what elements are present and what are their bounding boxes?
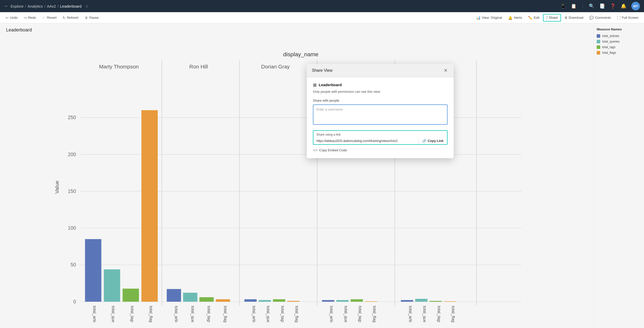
legend-item-tags[interactable]: total_tags bbox=[597, 45, 641, 49]
edit-button[interactable]: ✏️ Edit bbox=[526, 14, 542, 21]
share-link-box: Share using a link https://tableau2020.a… bbox=[313, 130, 448, 145]
legend-label-tags: total_tags bbox=[602, 45, 615, 49]
copy-embed-code-button[interactable]: </> Copy Embed Code bbox=[313, 147, 448, 153]
legend-color-flags bbox=[597, 51, 600, 54]
clipboard-icon[interactable]: 📋 bbox=[571, 3, 576, 9]
view-chart-icon: ▦ bbox=[313, 82, 317, 87]
breadcrumb-current: Leaderboard bbox=[60, 4, 82, 8]
refresh-button[interactable]: ↻ Refresh bbox=[60, 14, 81, 21]
svg-text:total_queries: total_queries bbox=[266, 306, 271, 322]
modal-close-button[interactable]: ✕ bbox=[442, 67, 449, 74]
legend-label-queries: total_queries bbox=[602, 40, 620, 43]
mobile-icon[interactable]: 📱 bbox=[560, 3, 566, 9]
bar-carlos-flags[interactable] bbox=[444, 301, 456, 302]
breadcrumb-analytics[interactable]: Analytics bbox=[28, 4, 43, 8]
legend-item-queries[interactable]: total_queries bbox=[597, 40, 641, 43]
bar-carlos-articles[interactable] bbox=[401, 300, 413, 302]
embed-code-label: Copy Embed Code bbox=[319, 148, 347, 152]
redo-icon: ↪ bbox=[24, 16, 27, 20]
y-axis-label: Value bbox=[54, 180, 60, 194]
redo-button[interactable]: ↪ Redo bbox=[21, 14, 38, 21]
notification-icon[interactable]: 🔔 bbox=[621, 3, 626, 9]
legend-item-flags[interactable]: total_flags bbox=[597, 51, 641, 54]
bar-ken-tags[interactable] bbox=[351, 299, 363, 302]
bar-dorian-articles[interactable] bbox=[244, 299, 256, 302]
refresh-icon: ↻ bbox=[63, 16, 66, 20]
svg-text:total_tags: total_tags bbox=[437, 306, 441, 322]
modal-body: ▦ Leaderboard Only people with permissio… bbox=[307, 77, 454, 158]
link-icon: 🔗 bbox=[422, 139, 426, 143]
bar-carlos-tags[interactable] bbox=[430, 301, 442, 302]
chart-icon: 📊 bbox=[476, 16, 480, 20]
breadcrumb-aav2[interactable]: AAv2 bbox=[47, 4, 56, 8]
bar-dorian-queries[interactable] bbox=[259, 300, 271, 302]
bar-ron-articles[interactable] bbox=[167, 289, 181, 302]
svg-text:total_tags: total_tags bbox=[207, 306, 211, 322]
share-button[interactable]: ⤴ Share bbox=[543, 14, 561, 22]
legend-item-articles[interactable]: total_articles bbox=[597, 34, 641, 38]
bookmark-icon[interactable]: 📑 bbox=[599, 3, 605, 9]
bar-ken-queries[interactable] bbox=[336, 300, 349, 302]
top-nav: ← Explore / Analytics / AAv2 / Leaderboa… bbox=[0, 0, 644, 12]
bar-ron-tags[interactable] bbox=[199, 297, 214, 302]
bar-ron-queries[interactable] bbox=[183, 293, 197, 302]
bar-dorian-tags[interactable] bbox=[273, 299, 285, 302]
bar-carlos-queries[interactable] bbox=[415, 299, 427, 302]
favorite-star-icon[interactable]: ☆ bbox=[85, 4, 89, 9]
modal-header-title: Share View bbox=[312, 68, 333, 73]
pause-button[interactable]: ⏸ Pause bbox=[82, 14, 101, 21]
search-icon[interactable]: 🔍 bbox=[589, 3, 594, 9]
svg-text:200: 200 bbox=[68, 152, 76, 157]
bar-marty-articles[interactable] bbox=[85, 239, 102, 302]
username-input[interactable] bbox=[313, 104, 448, 125]
svg-text:total_tags: total_tags bbox=[280, 306, 285, 322]
nav-back-icon[interactable]: ← bbox=[4, 4, 9, 9]
share-with-people-label: Share with people bbox=[313, 99, 448, 102]
revert-icon: ← bbox=[42, 16, 46, 20]
bar-marty-tags[interactable] bbox=[123, 289, 139, 302]
modal-header: Share View ✕ bbox=[307, 64, 454, 77]
chart-svg-container: Value 0 50 100 150 200 250 display_name bbox=[6, 36, 587, 322]
modal-view-title: Leaderboard bbox=[319, 83, 342, 87]
nav-icons: 📱 📋 🔍 📑 ❓ 🔔 MT bbox=[560, 2, 640, 10]
copy-link-label: Copy Link bbox=[428, 139, 444, 143]
bar-dorian-flags[interactable] bbox=[287, 301, 299, 302]
download-button[interactable]: ⬇ Download bbox=[562, 14, 586, 21]
svg-text:total_articles: total_articles bbox=[252, 306, 256, 322]
bar-ken-flags[interactable] bbox=[365, 301, 377, 302]
toolbar: ↩ Undo ↪ Redo ← Revert ↻ Refresh ⏸ Pause… bbox=[0, 12, 644, 23]
svg-text:total_flags: total_flags bbox=[294, 306, 299, 322]
svg-text:total_tags: total_tags bbox=[358, 306, 363, 322]
legend-label-articles: total_articles bbox=[602, 34, 619, 38]
alerts-button[interactable]: 🔔 Alerts bbox=[506, 14, 525, 21]
share-modal: Share View ✕ ▦ Leaderboard Only people w… bbox=[307, 64, 454, 158]
bar-marty-queries[interactable] bbox=[104, 269, 120, 302]
share-link-row: https://tableau2020.alationcatalog.com/t… bbox=[313, 137, 447, 144]
modal-permission-text: Only people with permission can see this… bbox=[313, 90, 448, 94]
download-icon: ⬇ bbox=[565, 16, 568, 20]
bar-marty-flags[interactable] bbox=[142, 110, 158, 302]
svg-text:total_tags: total_tags bbox=[130, 306, 135, 322]
comments-button[interactable]: 💬 Comments bbox=[587, 14, 613, 21]
revert-button[interactable]: ← Revert bbox=[39, 14, 59, 21]
breadcrumb-explore[interactable]: Explore bbox=[11, 4, 24, 8]
undo-button[interactable]: ↩ Undo bbox=[3, 14, 20, 21]
bar-ken-articles[interactable] bbox=[322, 300, 334, 302]
view-original-button[interactable]: 📊 View: Original bbox=[474, 14, 505, 21]
svg-text:Marty Thompson: Marty Thompson bbox=[99, 64, 139, 69]
copy-link-button[interactable]: 🔗 Copy Link bbox=[419, 137, 447, 144]
fullscreen-button[interactable]: ⛶ Full Screen bbox=[614, 14, 641, 21]
breadcrumb-sep2: / bbox=[44, 4, 45, 8]
svg-text:total_flags: total_flags bbox=[149, 306, 153, 322]
svg-text:total_flags: total_flags bbox=[223, 306, 228, 322]
svg-text:Ron Hill: Ron Hill bbox=[189, 64, 208, 69]
help-icon[interactable]: ❓ bbox=[610, 3, 616, 9]
legend-title: Measure Names bbox=[597, 27, 641, 31]
main-area: Leaderboard Value 0 50 100 150 200 250 bbox=[0, 23, 644, 328]
breadcrumb-sep3: / bbox=[57, 4, 58, 8]
svg-text:total_articles: total_articles bbox=[408, 306, 413, 322]
legend-color-queries bbox=[597, 40, 600, 43]
avatar[interactable]: MT bbox=[631, 2, 640, 10]
bar-ron-flags[interactable] bbox=[216, 299, 230, 302]
svg-text:Dorian Gray: Dorian Gray bbox=[261, 64, 290, 69]
